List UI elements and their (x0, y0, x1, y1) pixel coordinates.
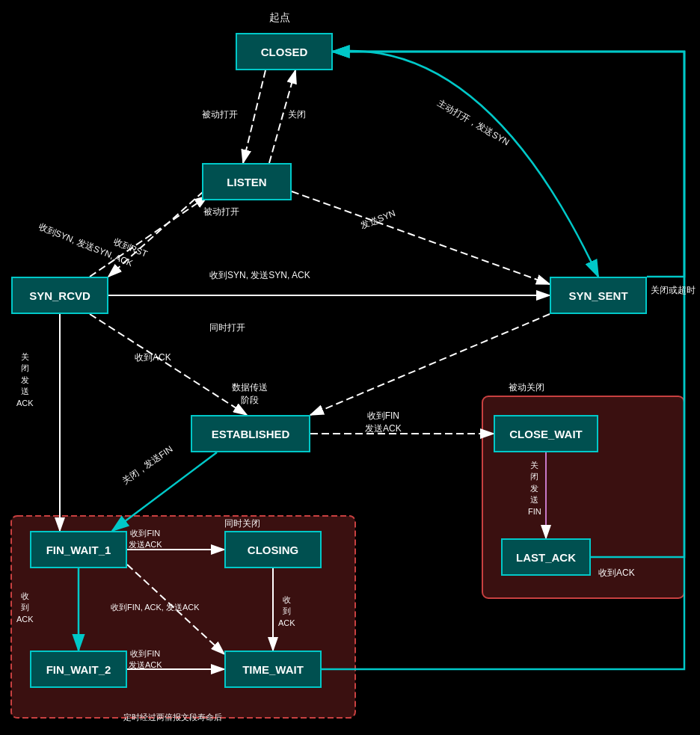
label-rcvd-fin-ack-send-ack: 收到FIN, ACK, 发送ACK (111, 602, 200, 613)
state-time-wait: TIME_WAIT (224, 651, 322, 688)
label-close-or-timeout: 关闭或超时 (651, 284, 696, 297)
state-close-wait: CLOSE_WAIT (494, 415, 598, 452)
label-close1: 关闭 (288, 108, 306, 121)
label-start: 起点 (269, 11, 290, 25)
arrow-closed-to-syn-sent (333, 51, 598, 277)
state-last-ack: LAST_ACK (501, 538, 591, 576)
state-closing: CLOSING (224, 531, 322, 568)
label-passive-open: 被动打开 (202, 108, 238, 121)
label-rcvd-ack4: 收到ACK (598, 567, 635, 579)
label-simultaneous-close: 同时关闭 (224, 517, 260, 530)
state-listen: LISTEN (202, 163, 292, 200)
label-passive-open2: 被动打开 (203, 206, 239, 218)
tcp-state-diagram: CLOSED LISTEN SYN_RCVD SYN_SENT ESTABLIS… (0, 0, 700, 735)
arrow-syn-rcvd-to-listen (90, 196, 208, 277)
label-close-send-ack-vert: 关闭发送ACK (16, 351, 34, 409)
state-syn-rcvd: SYN_RCVD (11, 277, 108, 314)
label-close-send-fin-vert: 关闭发送FIN (528, 460, 541, 517)
state-fin-wait-1: FIN_WAIT_1 (30, 531, 127, 568)
label-rcvd-fin-send-ack3: 收到FIN发送ACK (129, 648, 162, 671)
label-data-transfer: 数据传送阶段 (232, 381, 268, 407)
label-rcvd-fin-send-ack2: 收到FIN发送ACK (129, 528, 162, 550)
label-passive-close: 被动关闭 (509, 381, 544, 394)
label-simultaneous-open: 同时打开 (209, 322, 245, 334)
label-rcvd-ack3: 收到ACK (278, 594, 295, 629)
label-rcvd-syn-send-syn-ack2: 收到SYN, 发送SYN, ACK (209, 269, 310, 282)
label-rcvd-ack2: 收到ACK (16, 591, 34, 625)
label-rcvd-ack: 收到ACK (135, 351, 171, 364)
state-closed: CLOSED (236, 33, 333, 70)
state-fin-wait-2: FIN_WAIT_2 (30, 651, 127, 688)
label-rcvd-fin-send-ack: 收到FIN发送ACK (365, 410, 402, 435)
label-timer-note: 定时经过两倍报文段寿命后 (123, 712, 222, 723)
arrow-closed-to-listen (243, 70, 265, 163)
arrow-syn-sent-to-closed (333, 52, 684, 277)
arrow-listen-to-syn-sent (292, 191, 550, 284)
diagram-svg (0, 0, 700, 735)
state-established: ESTABLISHED (191, 415, 310, 452)
state-syn-sent: SYN_SENT (550, 277, 647, 314)
